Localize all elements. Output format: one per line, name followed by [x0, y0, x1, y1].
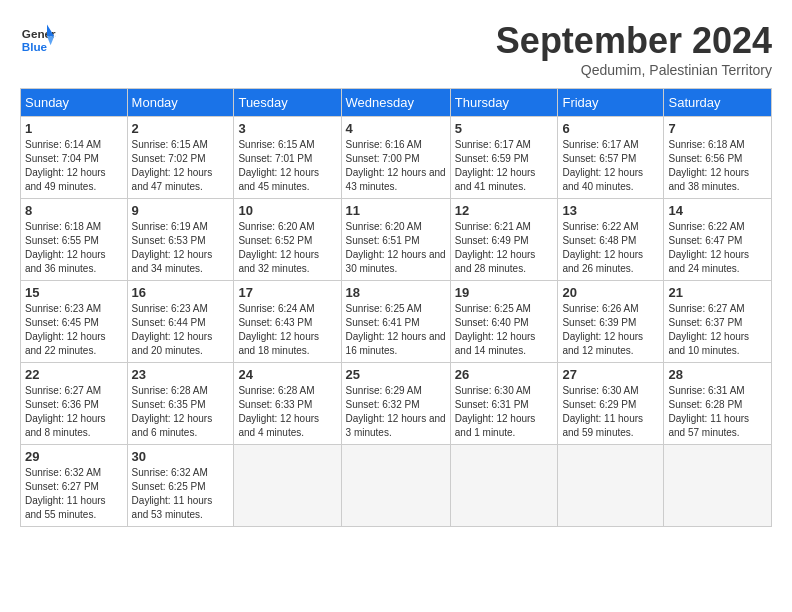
day-info: Sunrise: 6:28 AM Sunset: 6:33 PM Dayligh…: [238, 384, 336, 440]
day-number: 18: [346, 285, 446, 300]
col-sunday: Sunday: [21, 89, 128, 117]
day-info: Sunrise: 6:27 AM Sunset: 6:36 PM Dayligh…: [25, 384, 123, 440]
day-info: Sunrise: 6:30 AM Sunset: 6:31 PM Dayligh…: [455, 384, 554, 440]
header: General Blue September 2024 Qedumim, Pal…: [20, 20, 772, 78]
day-number: 13: [562, 203, 659, 218]
day-info: Sunrise: 6:26 AM Sunset: 6:39 PM Dayligh…: [562, 302, 659, 358]
calendar-week-row: 8 Sunrise: 6:18 AM Sunset: 6:55 PM Dayli…: [21, 199, 772, 281]
svg-marker-3: [47, 36, 54, 45]
table-row: 24 Sunrise: 6:28 AM Sunset: 6:33 PM Dayl…: [234, 363, 341, 445]
day-number: 22: [25, 367, 123, 382]
col-saturday: Saturday: [664, 89, 772, 117]
day-number: 17: [238, 285, 336, 300]
day-info: Sunrise: 6:14 AM Sunset: 7:04 PM Dayligh…: [25, 138, 123, 194]
calendar-week-row: 22 Sunrise: 6:27 AM Sunset: 6:36 PM Dayl…: [21, 363, 772, 445]
table-row: 20 Sunrise: 6:26 AM Sunset: 6:39 PM Dayl…: [558, 281, 664, 363]
table-row: 9 Sunrise: 6:19 AM Sunset: 6:53 PM Dayli…: [127, 199, 234, 281]
table-row: 26 Sunrise: 6:30 AM Sunset: 6:31 PM Dayl…: [450, 363, 558, 445]
day-info: Sunrise: 6:22 AM Sunset: 6:47 PM Dayligh…: [668, 220, 767, 276]
day-info: Sunrise: 6:17 AM Sunset: 6:57 PM Dayligh…: [562, 138, 659, 194]
page-container: General Blue September 2024 Qedumim, Pal…: [20, 20, 772, 527]
col-thursday: Thursday: [450, 89, 558, 117]
day-number: 28: [668, 367, 767, 382]
logo-icon: General Blue: [20, 20, 56, 56]
table-row: 29 Sunrise: 6:32 AM Sunset: 6:27 PM Dayl…: [21, 445, 128, 527]
day-number: 21: [668, 285, 767, 300]
table-row: 6 Sunrise: 6:17 AM Sunset: 6:57 PM Dayli…: [558, 117, 664, 199]
table-row: 25 Sunrise: 6:29 AM Sunset: 6:32 PM Dayl…: [341, 363, 450, 445]
table-row: 13 Sunrise: 6:22 AM Sunset: 6:48 PM Dayl…: [558, 199, 664, 281]
table-row: 27 Sunrise: 6:30 AM Sunset: 6:29 PM Dayl…: [558, 363, 664, 445]
day-number: 7: [668, 121, 767, 136]
table-row: 11 Sunrise: 6:20 AM Sunset: 6:51 PM Dayl…: [341, 199, 450, 281]
day-info: Sunrise: 6:22 AM Sunset: 6:48 PM Dayligh…: [562, 220, 659, 276]
calendar-week-row: 29 Sunrise: 6:32 AM Sunset: 6:27 PM Dayl…: [21, 445, 772, 527]
day-number: 11: [346, 203, 446, 218]
table-row: 19 Sunrise: 6:25 AM Sunset: 6:40 PM Dayl…: [450, 281, 558, 363]
day-number: 23: [132, 367, 230, 382]
day-info: Sunrise: 6:18 AM Sunset: 6:55 PM Dayligh…: [25, 220, 123, 276]
day-info: Sunrise: 6:20 AM Sunset: 6:52 PM Dayligh…: [238, 220, 336, 276]
day-number: 1: [25, 121, 123, 136]
table-row: 17 Sunrise: 6:24 AM Sunset: 6:43 PM Dayl…: [234, 281, 341, 363]
day-number: 5: [455, 121, 554, 136]
day-number: 27: [562, 367, 659, 382]
col-friday: Friday: [558, 89, 664, 117]
day-info: Sunrise: 6:19 AM Sunset: 6:53 PM Dayligh…: [132, 220, 230, 276]
day-info: Sunrise: 6:15 AM Sunset: 7:02 PM Dayligh…: [132, 138, 230, 194]
subtitle: Qedumim, Palestinian Territory: [496, 62, 772, 78]
table-row: [664, 445, 772, 527]
day-info: Sunrise: 6:18 AM Sunset: 6:56 PM Dayligh…: [668, 138, 767, 194]
day-info: Sunrise: 6:21 AM Sunset: 6:49 PM Dayligh…: [455, 220, 554, 276]
day-number: 14: [668, 203, 767, 218]
day-number: 12: [455, 203, 554, 218]
table-row: [450, 445, 558, 527]
logo: General Blue: [20, 20, 56, 56]
table-row: [558, 445, 664, 527]
col-monday: Monday: [127, 89, 234, 117]
title-area: September 2024 Qedumim, Palestinian Terr…: [496, 20, 772, 78]
calendar-week-row: 1 Sunrise: 6:14 AM Sunset: 7:04 PM Dayli…: [21, 117, 772, 199]
table-row: 2 Sunrise: 6:15 AM Sunset: 7:02 PM Dayli…: [127, 117, 234, 199]
day-number: 30: [132, 449, 230, 464]
day-number: 16: [132, 285, 230, 300]
day-info: Sunrise: 6:31 AM Sunset: 6:28 PM Dayligh…: [668, 384, 767, 440]
day-info: Sunrise: 6:25 AM Sunset: 6:41 PM Dayligh…: [346, 302, 446, 358]
day-info: Sunrise: 6:16 AM Sunset: 7:00 PM Dayligh…: [346, 138, 446, 194]
col-tuesday: Tuesday: [234, 89, 341, 117]
table-row: 28 Sunrise: 6:31 AM Sunset: 6:28 PM Dayl…: [664, 363, 772, 445]
table-row: 3 Sunrise: 6:15 AM Sunset: 7:01 PM Dayli…: [234, 117, 341, 199]
table-row: 30 Sunrise: 6:32 AM Sunset: 6:25 PM Dayl…: [127, 445, 234, 527]
day-number: 15: [25, 285, 123, 300]
table-row: 8 Sunrise: 6:18 AM Sunset: 6:55 PM Dayli…: [21, 199, 128, 281]
day-number: 9: [132, 203, 230, 218]
day-number: 8: [25, 203, 123, 218]
table-row: 22 Sunrise: 6:27 AM Sunset: 6:36 PM Dayl…: [21, 363, 128, 445]
day-number: 29: [25, 449, 123, 464]
day-number: 4: [346, 121, 446, 136]
day-info: Sunrise: 6:32 AM Sunset: 6:27 PM Dayligh…: [25, 466, 123, 522]
day-number: 26: [455, 367, 554, 382]
day-info: Sunrise: 6:30 AM Sunset: 6:29 PM Dayligh…: [562, 384, 659, 440]
day-number: 19: [455, 285, 554, 300]
calendar-table: Sunday Monday Tuesday Wednesday Thursday…: [20, 88, 772, 527]
day-number: 3: [238, 121, 336, 136]
day-number: 10: [238, 203, 336, 218]
table-row: [234, 445, 341, 527]
day-number: 24: [238, 367, 336, 382]
day-number: 6: [562, 121, 659, 136]
table-row: 16 Sunrise: 6:23 AM Sunset: 6:44 PM Dayl…: [127, 281, 234, 363]
day-info: Sunrise: 6:23 AM Sunset: 6:44 PM Dayligh…: [132, 302, 230, 358]
table-row: 10 Sunrise: 6:20 AM Sunset: 6:52 PM Dayl…: [234, 199, 341, 281]
day-number: 25: [346, 367, 446, 382]
day-number: 2: [132, 121, 230, 136]
table-row: 5 Sunrise: 6:17 AM Sunset: 6:59 PM Dayli…: [450, 117, 558, 199]
col-wednesday: Wednesday: [341, 89, 450, 117]
day-info: Sunrise: 6:24 AM Sunset: 6:43 PM Dayligh…: [238, 302, 336, 358]
day-info: Sunrise: 6:32 AM Sunset: 6:25 PM Dayligh…: [132, 466, 230, 522]
table-row: 1 Sunrise: 6:14 AM Sunset: 7:04 PM Dayli…: [21, 117, 128, 199]
table-row: 7 Sunrise: 6:18 AM Sunset: 6:56 PM Dayli…: [664, 117, 772, 199]
month-title: September 2024: [496, 20, 772, 62]
day-info: Sunrise: 6:25 AM Sunset: 6:40 PM Dayligh…: [455, 302, 554, 358]
day-info: Sunrise: 6:17 AM Sunset: 6:59 PM Dayligh…: [455, 138, 554, 194]
